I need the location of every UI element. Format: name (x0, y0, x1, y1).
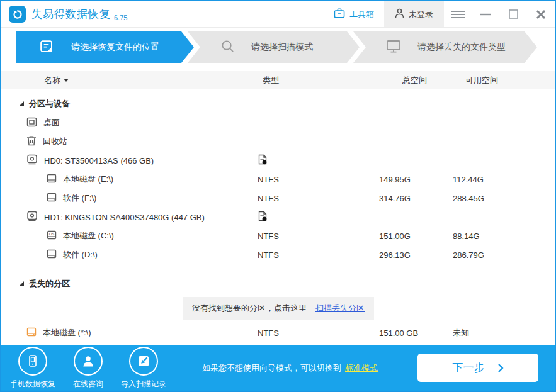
total-space-value: 151.00 GB (379, 328, 453, 338)
section-divider (77, 104, 537, 104)
wizard-steps: 请选择恢复文件的位置 请选择扫描模式 请选择丢失的文件类型 (16, 31, 555, 63)
chevron-right-icon (497, 363, 504, 373)
import-icon (129, 347, 158, 376)
toolbox-button[interactable]: 工具箱 (324, 1, 384, 27)
column-header-name[interactable]: 名称 (16, 75, 256, 86)
minimize-button[interactable] (472, 1, 499, 27)
login-button[interactable]: 未登录 (384, 1, 444, 27)
available-space-value: 288.45G (453, 194, 537, 203)
hamburger-icon (450, 10, 465, 19)
collapse-triangle-icon (19, 281, 24, 286)
maximize-icon (509, 9, 518, 19)
titlebar: 失易得数据恢复 6.75 工具箱 未登录 (1, 1, 555, 28)
online-support-button[interactable]: 在线咨询 (60, 347, 116, 389)
os-partition-icon: OS (47, 230, 57, 242)
table-row-recycle-bin[interactable]: 回收站 (1, 132, 555, 151)
table-row-lost-partition[interactable]: 本地磁盘 (*:\) NTFS 151.00 GB 未知 (1, 323, 555, 342)
toolbox-icon (334, 8, 345, 20)
maximize-button[interactable] (499, 1, 527, 27)
app-version: 6.75 (114, 14, 127, 21)
phone-icon (18, 347, 47, 376)
support-person-icon (74, 347, 103, 376)
step-label: 请选择恢复文件的位置 (71, 42, 159, 53)
user-icon (395, 8, 404, 20)
partition-icon (47, 193, 57, 204)
total-space-value: 314.76G (379, 194, 453, 203)
document-edit-icon (39, 39, 54, 55)
svg-text:OS: OS (49, 232, 55, 236)
step-select-file-types[interactable]: 请选择丢失的文件类型 (353, 31, 537, 63)
available-space-value: 88.14G (453, 232, 537, 241)
table-row-desktop[interactable]: 桌面 (1, 113, 555, 132)
file-info-icon (258, 154, 268, 167)
recycle-bin-icon (26, 135, 37, 148)
total-space-value: 151.00G (379, 232, 453, 241)
lost-partition-hint: 没有找到想要的分区，点击这里 扫描丢失分区 (183, 297, 374, 320)
search-icon (220, 39, 235, 55)
import-scan-record-button[interactable]: 导入扫描记录 (116, 347, 171, 389)
app-title: 失易得数据恢复 (31, 7, 111, 21)
section-divider (77, 284, 537, 284)
desktop-icon (26, 117, 37, 129)
table-row-partition-f[interactable]: 软件 (F:\) NTFS 314.76G 288.45G (1, 189, 555, 208)
total-space-value: 149.95G (379, 175, 453, 184)
step-label: 请选择丢失的文件类型 (417, 42, 506, 53)
step-select-scan-mode[interactable]: 请选择扫描模式 (188, 31, 360, 63)
table-row-partition-d[interactable]: 软件 (D:\) NTFS 296.13G 286.79G (1, 245, 555, 264)
table-row-hd1[interactable]: HD1: KINGSTON SA400S37480G (447 GB) (1, 208, 555, 227)
column-header-available-space: 可用空间 (453, 75, 537, 86)
footer-divider (188, 354, 188, 383)
login-label: 未登录 (409, 9, 433, 20)
mode-hint-text: 如果您不想使用向导模式，可以切换到 (202, 362, 341, 374)
step-select-location[interactable]: 请选择恢复文件的位置 (16, 31, 194, 63)
monitor-icon (386, 40, 401, 55)
device-list: 分区与设备 桌面 (1, 89, 555, 345)
available-space-value: 112.44G (453, 175, 537, 184)
step-label: 请选择扫描模式 (251, 42, 313, 53)
sort-descending-icon (64, 79, 69, 82)
section-lost-partitions[interactable]: 丢失的分区 (16, 274, 537, 293)
hard-drive-icon (26, 211, 38, 223)
column-header-total-space: 总空间 (379, 75, 453, 86)
file-info-icon (258, 211, 268, 223)
scan-lost-partitions-link[interactable]: 扫描丢失分区 (315, 303, 365, 314)
standard-mode-link[interactable]: 标准模式 (345, 362, 378, 374)
available-space-value: 未知 (453, 327, 537, 339)
partition-icon (47, 249, 57, 260)
next-step-button[interactable]: 下一步 (417, 354, 538, 382)
close-icon (536, 9, 546, 20)
footer-bar: 手机数据恢复 在线咨询 导入扫描记录 如果您不想使用向导模式， (1, 345, 555, 391)
menu-button[interactable] (444, 1, 472, 27)
section-partitions-devices[interactable]: 分区与设备 (16, 94, 537, 113)
column-header-type: 类型 (256, 75, 379, 86)
table-row-partition-e[interactable]: 本地磁盘 (E:\) NTFS 149.95G 112.44G (1, 170, 555, 189)
available-space-value: 286.79G (453, 250, 537, 260)
collapse-triangle-icon (19, 101, 24, 106)
partition-icon (47, 174, 57, 185)
app-window: 失易得数据恢复 6.75 工具箱 未登录 (0, 0, 556, 392)
table-row-partition-c[interactable]: OS 本地磁盘 (C:\) NTFS 151.00G 88.14G (1, 227, 555, 245)
phone-recovery-button[interactable]: 手机数据恢复 (5, 347, 60, 389)
table-row-hd0[interactable]: HD0: ST3500413AS (466 GB) (1, 151, 555, 170)
lost-partition-icon (26, 327, 37, 339)
minimize-icon (479, 13, 492, 16)
toolbox-label: 工具箱 (349, 9, 374, 20)
lost-hint-text: 没有找到想要的分区，点击这里 (192, 303, 307, 314)
app-logo-icon (9, 6, 26, 23)
table-header: 名称 类型 总空间 可用空间 (1, 71, 555, 89)
close-button[interactable] (527, 1, 555, 27)
total-space-value: 296.13G (379, 250, 453, 260)
hard-drive-icon (26, 154, 38, 167)
